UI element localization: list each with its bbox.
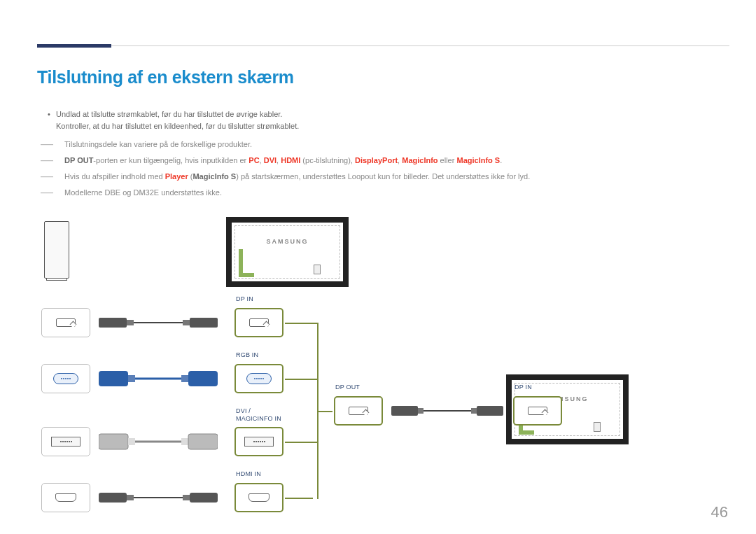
- bus-line: [285, 442, 318, 443]
- svg-rect-3: [183, 320, 190, 325]
- svg-rect-10: [99, 434, 128, 449]
- svg-rect-1: [127, 320, 134, 325]
- bullet-line: Undlad at tilslutte strømkablet, før du …: [56, 108, 678, 120]
- dvi-cable-icon: [99, 430, 218, 455]
- svg-rect-9: [188, 371, 218, 386]
- monitor-rgb-in-port: [234, 364, 284, 393]
- svg-rect-14: [188, 434, 218, 449]
- svg-rect-23: [471, 408, 477, 414]
- second-monitor-dp-in-port: [513, 396, 562, 426]
- monitor-dvi-in-port: [234, 427, 284, 456]
- dvi-label-1: DVI /: [236, 407, 251, 414]
- svg-rect-13: [181, 438, 188, 445]
- note-prefix-icon: ―: [41, 153, 57, 168]
- svg-rect-19: [190, 493, 218, 503]
- svg-rect-16: [127, 495, 134, 500]
- source-dp-port: [41, 308, 90, 337]
- monitor-center-icon: SAMSUNG: [226, 217, 349, 287]
- notes-block: ― Tilslutningsdele kan variere på de for…: [41, 137, 713, 202]
- monitor-brand: SAMSUNG: [266, 238, 308, 245]
- dp-cable-icon: [99, 312, 218, 335]
- dp-in-right-label: DP IN: [514, 384, 532, 391]
- monitor-dp-in-port: [234, 308, 284, 337]
- note-prefix-icon: ―: [41, 137, 57, 152]
- note-row: ― Hvis du afspiller indhold med Player (…: [41, 169, 713, 184]
- svg-rect-20: [391, 406, 418, 416]
- header-accent: [37, 44, 111, 48]
- svg-rect-4: [190, 318, 218, 328]
- svg-rect-8: [181, 375, 188, 382]
- svg-rect-0: [99, 318, 127, 328]
- note-prefix-icon: ―: [41, 169, 57, 184]
- svg-rect-21: [418, 408, 424, 414]
- bus-line: [285, 323, 318, 324]
- note-row: ― Tilslutningsdele kan variere på de for…: [41, 137, 713, 152]
- bus-line: [285, 379, 318, 380]
- pc-tower-icon: [44, 221, 69, 279]
- note-text: Tilslutningsdele kan variere på de forsk…: [64, 137, 713, 152]
- note-text: Hvis du afspiller indhold med Player (Ma…: [64, 169, 713, 184]
- page-title: Tilslutning af en ekstern skærm: [37, 67, 294, 87]
- dp-in-label: DP IN: [236, 295, 253, 302]
- source-hdmi-port: [41, 483, 90, 512]
- header-rule: [37, 45, 729, 46]
- monitor-hdmi-in-port: [234, 483, 284, 512]
- bus-line: [285, 498, 313, 499]
- source-dvi-port: [41, 427, 90, 456]
- page-number: 46: [711, 503, 728, 521]
- svg-rect-24: [477, 406, 503, 416]
- warning-bullets: Undlad at tilslutte strømkablet, før du …: [48, 108, 678, 132]
- svg-rect-6: [128, 375, 135, 382]
- svg-rect-11: [128, 438, 135, 445]
- dp-daisy-cable-icon: [391, 400, 503, 423]
- svg-rect-18: [183, 495, 190, 500]
- hdmi-in-label: HDMI IN: [236, 470, 261, 477]
- dp-out-label: DP OUT: [335, 384, 360, 391]
- hdmi-cable-icon: [99, 487, 218, 510]
- monitor-dp-out-port: [334, 396, 383, 426]
- bus-line: [317, 411, 332, 412]
- svg-rect-5: [99, 371, 128, 386]
- note-row: ― DP OUT-porten er kun tilgængelig, hvis…: [41, 153, 713, 168]
- note-prefix-icon: ―: [41, 185, 57, 200]
- note-row: ― Modellerne DBE og DM32E understøttes i…: [41, 185, 713, 200]
- rgb-in-label: RGB IN: [236, 351, 258, 358]
- note-text: Modellerne DBE og DM32E understøttes ikk…: [64, 185, 713, 200]
- note-text: DP OUT-porten er kun tilgængelig, hvis i…: [64, 153, 713, 168]
- source-vga-port: [41, 364, 90, 393]
- dvi-label-2: MAGICINFO IN: [236, 415, 281, 422]
- connection-diagram: SAMSUNG SAMSUNG DP IN RGB IN DVI / MAGIC…: [37, 217, 695, 511]
- vga-cable-icon: [99, 367, 218, 392]
- bullet-line: Kontroller, at du har tilsluttet en kild…: [56, 120, 678, 132]
- svg-rect-15: [99, 493, 127, 503]
